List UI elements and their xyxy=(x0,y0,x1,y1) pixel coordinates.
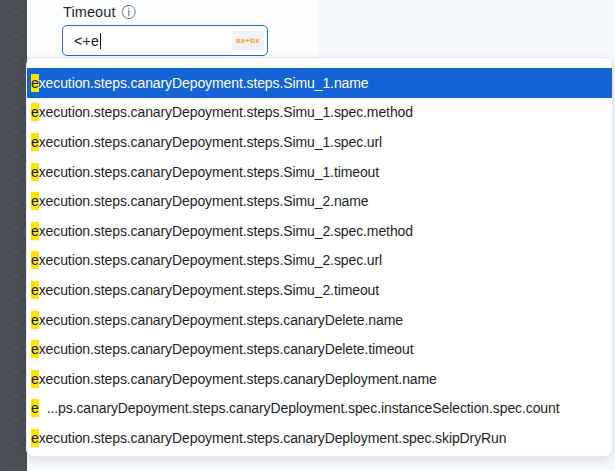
suggestion-item[interactable]: execution.steps.canaryDepoyment.steps.Si… xyxy=(27,98,612,128)
match-highlight: e xyxy=(31,340,39,358)
match-highlight: e xyxy=(31,163,39,181)
match-highlight: e xyxy=(31,222,39,240)
suggestion-text: xecution.steps.canaryDepoyment.steps.Sim… xyxy=(39,193,369,209)
match-highlight: e xyxy=(31,399,39,417)
suggestion-item[interactable]: execution.steps.canaryDepoyment.steps.Si… xyxy=(27,216,612,246)
suggestion-text: xecution.steps.canaryDepoyment.steps.Sim… xyxy=(39,252,382,268)
suggestion-item[interactable]: execution.steps.canaryDepoyment.steps.ca… xyxy=(27,334,612,364)
suggestion-item[interactable]: execution.steps.canaryDepoyment.steps.Si… xyxy=(27,186,612,216)
suggestion-item[interactable]: execution.steps.canaryDepoyment.steps.ca… xyxy=(27,423,612,453)
suggestion-text: xecution.steps.canaryDepoyment.steps.Sim… xyxy=(39,75,369,91)
suggestion-text: xecution.steps.canaryDepoyment.steps.can… xyxy=(39,341,414,357)
expression-suggestions-dropdown: execution.steps.canaryDepoyment.steps.Si… xyxy=(26,57,613,457)
match-highlight: e xyxy=(31,103,39,121)
suggestion-item[interactable]: execution.steps.canaryDepoyment.steps.ca… xyxy=(27,305,612,335)
suggestion-text: xecution.steps.canaryDepoyment.steps.Sim… xyxy=(39,134,382,150)
suggestion-item[interactable]: e...ps.canaryDepoyment.steps.canaryDeplo… xyxy=(27,394,612,424)
text-caret xyxy=(100,33,101,49)
info-icon[interactable]: ⓘ xyxy=(122,5,136,19)
timeout-input[interactable]: <+e ax+bx xyxy=(62,25,268,56)
match-highlight: e xyxy=(31,74,39,92)
suggestion-item[interactable]: execution.steps.canaryDepoyment.steps.Si… xyxy=(27,68,612,98)
expression-mode-badge[interactable]: ax+bx xyxy=(232,31,264,50)
suggestion-text: xecution.steps.canaryDepoyment.steps.Sim… xyxy=(39,164,379,180)
suggestion-item[interactable]: execution.steps.canaryDepoyment.steps.Si… xyxy=(27,157,612,187)
pipeline-canvas-strip xyxy=(0,0,27,471)
timeout-field-label: Timeout xyxy=(63,4,116,20)
match-highlight: e xyxy=(31,311,39,329)
match-highlight: e xyxy=(31,281,39,299)
suggestion-text: xecution.steps.canaryDepoyment.steps.can… xyxy=(39,312,403,328)
suggestion-text: xecution.steps.canaryDepoyment.steps.Sim… xyxy=(39,282,379,298)
suggestion-item[interactable]: execution.steps.canaryDepoyment.steps.Si… xyxy=(27,275,612,305)
timeout-field-label-row: Timeout ⓘ xyxy=(63,4,136,20)
match-highlight: e xyxy=(31,133,39,151)
match-highlight: e xyxy=(31,370,39,388)
suggestion-text: xecution.steps.canaryDepoyment.steps.Sim… xyxy=(39,223,413,239)
suggestion-item[interactable]: execution.steps.canaryDepoyment.steps.ca… xyxy=(27,364,612,394)
match-highlight: e xyxy=(31,192,39,210)
suggestion-text: xecution.steps.canaryDepoyment.steps.can… xyxy=(39,430,507,446)
suggestion-item[interactable]: execution.steps.canaryDepoyment.steps.Si… xyxy=(27,246,612,276)
match-highlight: e xyxy=(31,251,39,269)
suggestion-text: ...ps.canaryDepoyment.steps.canaryDeploy… xyxy=(39,400,560,416)
suggestion-text: xecution.steps.canaryDepoyment.steps.Sim… xyxy=(39,104,413,120)
suggestion-text: xecution.steps.canaryDepoyment.steps.can… xyxy=(39,371,437,387)
suggestion-item[interactable]: execution.steps.canaryDepoyment.steps.Si… xyxy=(27,127,612,157)
timeout-input-value: <+e xyxy=(74,33,99,49)
match-highlight: e xyxy=(31,429,39,447)
